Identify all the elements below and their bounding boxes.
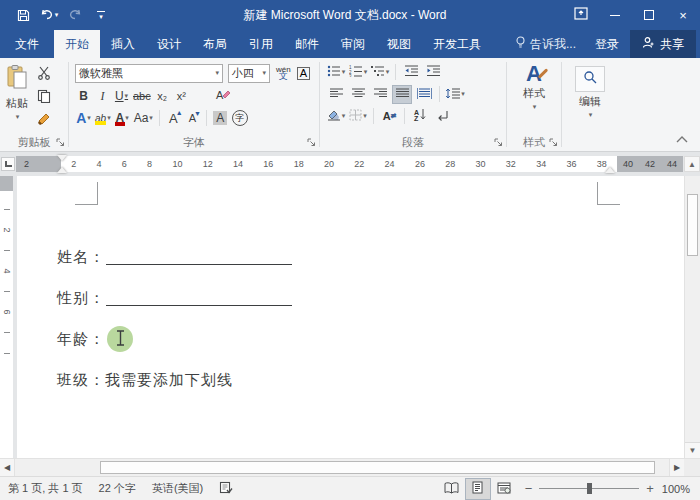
cut-button[interactable] bbox=[34, 65, 54, 84]
italic-button[interactable]: I bbox=[94, 87, 111, 106]
text-highlight-button[interactable]: ab▾ bbox=[94, 109, 112, 128]
zoom-level[interactable]: 100% bbox=[662, 483, 700, 495]
shading-button[interactable]: ▾ bbox=[326, 107, 346, 126]
subscript-button[interactable]: x₂ bbox=[154, 87, 171, 106]
ruler-number: 6 bbox=[1, 309, 11, 314]
font-dialog-launcher[interactable] bbox=[307, 137, 316, 149]
document-content[interactable]: 姓名： 性别： 年龄： 班级：我需要添加下划线 bbox=[17, 176, 684, 412]
sort-button[interactable]: AZ bbox=[410, 107, 430, 126]
align-right-button[interactable] bbox=[370, 85, 390, 104]
numbering-button[interactable]: 123▾ bbox=[348, 63, 368, 82]
superscript-button[interactable]: x² bbox=[173, 87, 190, 106]
distribute-button[interactable] bbox=[414, 85, 434, 104]
undo-dropdown-icon[interactable]: ▾ bbox=[55, 11, 59, 19]
decrease-indent-button[interactable] bbox=[401, 63, 421, 82]
sign-in-button[interactable]: 登录 bbox=[584, 30, 630, 58]
format-painter-button[interactable] bbox=[34, 111, 54, 130]
justify-button[interactable] bbox=[392, 85, 412, 104]
font-size-combo[interactable]: 小四▾ bbox=[228, 64, 270, 83]
align-left-button[interactable] bbox=[326, 85, 346, 104]
tab-mailings[interactable]: 邮件 bbox=[284, 30, 330, 58]
underline-button[interactable]: U▾ bbox=[113, 87, 130, 106]
tab-view[interactable]: 视图 bbox=[376, 30, 422, 58]
editing-button[interactable]: 编辑▾ bbox=[562, 63, 618, 121]
maximize-button[interactable] bbox=[632, 0, 666, 30]
button-divider bbox=[206, 110, 207, 126]
hanging-indent-marker[interactable] bbox=[57, 167, 67, 173]
horizontal-scrollbar-track[interactable] bbox=[15, 459, 669, 476]
web-layout-button[interactable] bbox=[491, 478, 517, 500]
save-button[interactable] bbox=[12, 4, 34, 26]
horizontal-scrollbar[interactable]: ◀ ▶ bbox=[0, 458, 700, 476]
word-count-status[interactable]: 22 个字 bbox=[91, 477, 144, 500]
first-line-indent-marker[interactable] bbox=[57, 155, 67, 161]
tab-design[interactable]: 设计 bbox=[146, 30, 192, 58]
tab-layout[interactable]: 布局 bbox=[192, 30, 238, 58]
tell-me-box[interactable]: 告诉我... bbox=[507, 30, 584, 58]
bullets-button[interactable]: ▾ bbox=[326, 63, 346, 82]
asian-layout-button[interactable]: A⇄▾ bbox=[379, 107, 399, 126]
phonetic-guide-button[interactable]: wén文 bbox=[276, 66, 291, 80]
tab-home[interactable]: 开始 bbox=[54, 30, 100, 58]
right-indent-marker[interactable] bbox=[605, 167, 615, 173]
tab-references[interactable]: 引用 bbox=[238, 30, 284, 58]
change-case-button[interactable]: Aa▾ bbox=[133, 109, 154, 128]
zoom-slider[interactable] bbox=[539, 488, 639, 489]
paste-dropdown-icon[interactable]: ▾ bbox=[16, 113, 20, 120]
scroll-up-button[interactable]: ▲ bbox=[684, 156, 700, 172]
borders-button[interactable]: ▾ bbox=[348, 107, 368, 126]
paste-button[interactable]: 粘贴▾ bbox=[0, 61, 34, 134]
ruler-number: 2 bbox=[24, 159, 29, 169]
show-hide-marks-button[interactable] bbox=[432, 107, 452, 126]
paragraph-dialog-launcher[interactable] bbox=[494, 137, 503, 149]
tab-stop-selector[interactable] bbox=[1, 157, 15, 171]
multilevel-list-button[interactable]: ▾ bbox=[370, 63, 390, 82]
scroll-down-button[interactable]: ▼ bbox=[685, 442, 700, 458]
share-button[interactable]: 共享 bbox=[630, 30, 696, 58]
text-effects-button[interactable]: A▾ bbox=[75, 109, 92, 128]
minimize-button[interactable] bbox=[598, 0, 632, 30]
bold-button[interactable]: B bbox=[75, 87, 92, 106]
redo-button[interactable] bbox=[64, 4, 86, 26]
character-shading-button[interactable]: A bbox=[212, 109, 229, 128]
shrink-font-button[interactable]: A▼ bbox=[184, 109, 201, 128]
scroll-right-button[interactable]: ▶ bbox=[669, 459, 684, 476]
customize-quick-access-button[interactable]: ▾ bbox=[90, 4, 112, 26]
styles-button[interactable]: A 样式▾ bbox=[507, 61, 561, 113]
scroll-left-button[interactable]: ◀ bbox=[0, 459, 15, 476]
tab-file[interactable]: 文件 bbox=[0, 30, 54, 58]
vertical-scrollbar[interactable]: ▼ bbox=[684, 176, 700, 458]
zoom-slider-thumb[interactable] bbox=[587, 483, 592, 494]
tab-review[interactable]: 审阅 bbox=[330, 30, 376, 58]
align-center-button[interactable] bbox=[348, 85, 368, 104]
styles-dialog-launcher[interactable] bbox=[549, 137, 558, 149]
undo-button[interactable]: ▾ bbox=[38, 4, 60, 26]
horizontal-scrollbar-thumb[interactable] bbox=[100, 461, 655, 474]
collapse-ribbon-button[interactable] bbox=[676, 129, 688, 147]
copy-button[interactable] bbox=[34, 88, 54, 107]
grow-font-button[interactable]: A▲ bbox=[165, 109, 182, 128]
tab-developer[interactable]: 开发工具 bbox=[422, 30, 492, 58]
clear-formatting-button[interactable]: A bbox=[214, 87, 232, 106]
ribbon-display-options-button[interactable] bbox=[564, 0, 598, 30]
enclose-characters-button[interactable]: 字 bbox=[231, 109, 249, 128]
horizontal-ruler: 2 2468101214161820222426283032343638 404… bbox=[16, 156, 683, 172]
print-layout-button[interactable] bbox=[465, 478, 491, 500]
strikethrough-button[interactable]: abc bbox=[132, 87, 152, 106]
zoom-out-button[interactable]: − bbox=[525, 481, 533, 496]
vertical-scrollbar-thumb[interactable] bbox=[687, 194, 698, 256]
clipboard-dialog-launcher[interactable] bbox=[56, 137, 65, 149]
font-color-button[interactable]: A▾ bbox=[114, 109, 131, 128]
zoom-in-button[interactable]: + bbox=[646, 481, 654, 496]
proofing-status[interactable] bbox=[211, 477, 241, 500]
read-mode-button[interactable] bbox=[439, 478, 465, 500]
close-button[interactable]: × bbox=[666, 0, 700, 30]
page-number-status[interactable]: 第 1 页, 共 1 页 bbox=[0, 477, 91, 500]
increase-indent-button[interactable] bbox=[423, 63, 443, 82]
document-page[interactable]: 姓名： 性别： 年龄： 班级：我需要添加下划线 bbox=[17, 176, 684, 458]
line-spacing-button[interactable]: ▾ bbox=[445, 85, 465, 104]
language-status[interactable]: 英语(美国) bbox=[144, 477, 211, 500]
character-border-button[interactable]: A bbox=[297, 67, 310, 80]
tab-insert[interactable]: 插入 bbox=[100, 30, 146, 58]
font-name-combo[interactable]: 微软雅黑▾ bbox=[75, 64, 223, 83]
